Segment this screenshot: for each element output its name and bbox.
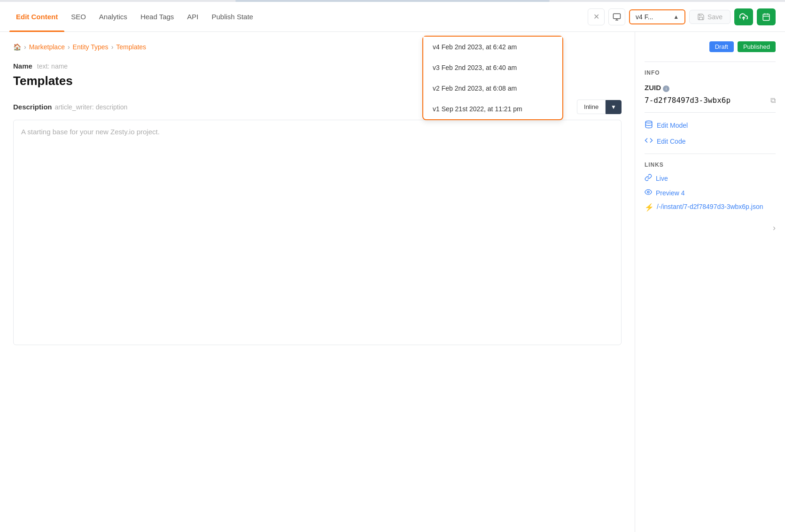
svg-rect-0 bbox=[614, 14, 621, 19]
top-navigation: Edit Content SEO Analytics Head Tags API… bbox=[0, 2, 785, 32]
version-label: v4 F... bbox=[636, 13, 653, 21]
published-badge: Published bbox=[738, 41, 776, 52]
description-hint: article_writer: description bbox=[55, 103, 128, 111]
nav-item-api[interactable]: API bbox=[180, 2, 205, 32]
zuidlabel-row: ZUID i bbox=[645, 84, 776, 92]
breadcrumb-home[interactable]: 🏠 bbox=[13, 43, 21, 51]
main-layout: 🏠 › Marketplace › Entity Types › Templat… bbox=[0, 32, 785, 532]
sidebar-divider-3 bbox=[645, 154, 776, 154]
zuid-section: ZUID i 7-d2f78497d3-3wbx6p ⧉ bbox=[645, 84, 776, 105]
version-dropdown: v4 Feb 2nd 2023, at 6:42 am v3 Feb 2nd 2… bbox=[422, 36, 563, 120]
preview-link[interactable]: Preview 4 bbox=[645, 188, 776, 197]
zuid-row: 7-d2f78497d3-3wbx6p ⧉ bbox=[645, 96, 776, 105]
lightning-icon: ⚡ bbox=[645, 203, 654, 212]
badge-row: Draft Published bbox=[645, 41, 776, 52]
sidebar: Draft Published INFO ZUID i 7-d2f78497d3… bbox=[635, 32, 785, 532]
nav-actions: ✕ v4 F... ▲ v4 Feb 2nd 2023, at 6:42 am … bbox=[588, 8, 776, 25]
description-box[interactable]: A starting base for your new Zesty.io pr… bbox=[13, 120, 622, 345]
chevron-right-icon[interactable]: › bbox=[645, 223, 776, 233]
save-button[interactable]: Save bbox=[689, 10, 731, 24]
svg-point-7 bbox=[647, 191, 649, 193]
save-label: Save bbox=[707, 13, 723, 21]
version-item-v3[interactable]: v3 Feb 2nd 2023, at 6:40 am bbox=[423, 57, 562, 78]
edit-code-label: Edit Code bbox=[657, 138, 685, 145]
nav-item-publish-state[interactable]: Publish State bbox=[205, 2, 260, 32]
svg-rect-2 bbox=[763, 14, 769, 21]
database-icon bbox=[645, 120, 653, 131]
code-icon bbox=[645, 136, 653, 146]
close-button[interactable]: ✕ bbox=[588, 8, 605, 25]
description-label-group: Description article_writer: description bbox=[13, 103, 127, 111]
json-link[interactable]: /-/instant/7-d2f78497d3-3wbx6p.json bbox=[657, 203, 763, 210]
description-field-container: Description article_writer: description … bbox=[13, 100, 622, 345]
breadcrumb-entity-types[interactable]: Entity Types bbox=[73, 43, 109, 51]
version-item-v1[interactable]: v1 Sep 21st 2022, at 11:21 pm bbox=[423, 99, 562, 119]
link-icon bbox=[645, 174, 652, 183]
name-label: Name bbox=[13, 62, 32, 70]
svg-point-6 bbox=[645, 121, 652, 123]
description-label: Description bbox=[13, 103, 52, 111]
calendar-button[interactable] bbox=[757, 8, 776, 25]
links-section-title: LINKS bbox=[645, 162, 776, 168]
copy-icon[interactable]: ⧉ bbox=[770, 96, 776, 105]
json-link-row: ⚡ /-/instant/7-d2f78497d3-3wbx6p.json bbox=[645, 203, 776, 212]
nav-item-edit-content[interactable]: Edit Content bbox=[9, 2, 64, 32]
breadcrumb-sep-1: › bbox=[24, 43, 26, 51]
nav-item-head-tags[interactable]: Head Tags bbox=[134, 2, 180, 32]
sidebar-divider-1 bbox=[645, 62, 776, 62]
breadcrumb-marketplace[interactable]: Marketplace bbox=[29, 43, 65, 51]
inline-dropdown-button[interactable]: ▼ bbox=[606, 100, 622, 114]
version-selector-wrapper: v4 F... ▲ v4 Feb 2nd 2023, at 6:42 am v3… bbox=[629, 9, 685, 24]
live-label: Live bbox=[656, 175, 668, 182]
upload-button[interactable] bbox=[734, 8, 753, 25]
info-section-title: INFO bbox=[645, 69, 776, 76]
eye-icon bbox=[645, 188, 652, 197]
inline-controls: Inline ▼ bbox=[577, 100, 622, 114]
monitor-button[interactable] bbox=[608, 8, 625, 25]
description-placeholder: A starting base for your new Zesty.io pr… bbox=[21, 128, 160, 136]
edit-model-link[interactable]: Edit Model bbox=[645, 120, 776, 131]
draft-badge: Draft bbox=[709, 41, 734, 52]
edit-model-label: Edit Model bbox=[657, 122, 688, 129]
version-select-button[interactable]: v4 F... ▲ bbox=[629, 9, 685, 24]
version-item-v2[interactable]: v2 Feb 2nd 2023, at 6:08 am bbox=[423, 78, 562, 99]
nav-item-seo[interactable]: SEO bbox=[64, 2, 93, 32]
version-item-v4[interactable]: v4 Feb 2nd 2023, at 6:42 am bbox=[423, 37, 562, 57]
edit-code-link[interactable]: Edit Code bbox=[645, 136, 776, 146]
zuidvalue: 7-d2f78497d3-3wbx6p bbox=[645, 96, 767, 105]
chevron-up-icon: ▲ bbox=[673, 14, 679, 20]
breadcrumb-sep-2: › bbox=[68, 43, 70, 51]
live-link[interactable]: Live bbox=[645, 174, 776, 183]
sidebar-divider-2 bbox=[645, 112, 776, 113]
inline-button[interactable]: Inline bbox=[577, 100, 606, 114]
name-hint: text: name bbox=[37, 62, 68, 70]
zuidfield-label: ZUID bbox=[645, 84, 661, 92]
preview-label: Preview 4 bbox=[656, 189, 684, 197]
breadcrumb-templates[interactable]: Templates bbox=[116, 43, 146, 51]
breadcrumb-sep-3: › bbox=[111, 43, 114, 51]
nav-item-analytics[interactable]: Analytics bbox=[93, 2, 134, 32]
info-icon: i bbox=[663, 85, 669, 92]
